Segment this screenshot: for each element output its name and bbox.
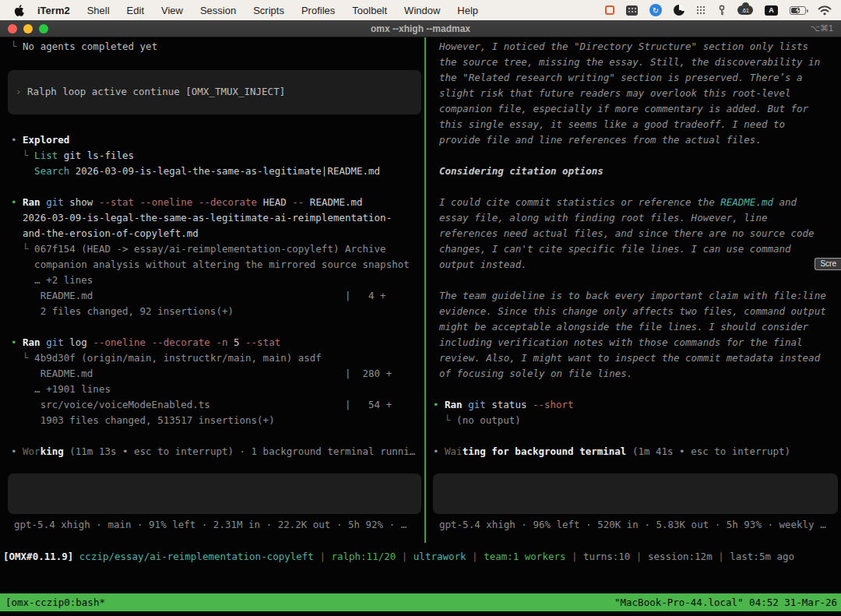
terminal-line: output instead. xyxy=(433,257,841,273)
terminal-line: • Ran git log --oneline --decorate -n 5 … xyxy=(11,335,424,350)
text-segment: evidence. Since this change only affects… xyxy=(439,305,826,317)
menu-item-window[interactable]: Window xyxy=(396,5,449,16)
right-status-line: gpt-5.4 xhigh · 96% left · 520K in · 5.8… xyxy=(427,517,841,533)
terminal-line: However, I noticed the "Directory Struct… xyxy=(433,39,841,55)
terminal-line: essay file, along with finding root file… xyxy=(433,210,841,226)
menu-item-shell[interactable]: Shell xyxy=(79,5,118,16)
terminal-line xyxy=(11,117,424,132)
text-segment: › xyxy=(16,86,27,97)
text-segment: git ls-files xyxy=(58,150,134,161)
keys-icon[interactable] xyxy=(718,5,726,16)
text-segment: 067f154 (HEAD -> essay/ai-reimplementati… xyxy=(34,243,386,255)
left-prompt-input[interactable]: › Improve documentation in @filename xyxy=(8,473,421,514)
menu-item-profiles[interactable]: Profiles xyxy=(293,5,343,16)
text-segment: git xyxy=(40,336,64,348)
terminal-line: review. Also, I might want to inspect th… xyxy=(433,350,841,366)
menu-item-session[interactable]: Session xyxy=(192,5,245,16)
text-segment: Ralph loop active continue [OMX_TMUX_INJ… xyxy=(27,86,285,97)
text-segment: • xyxy=(433,445,445,457)
cloud-icon[interactable]: .61 xyxy=(737,5,753,15)
text-segment: companion file, especially if more comme… xyxy=(439,103,808,114)
text-segment: src/voice/voiceModeEnabled.ts | 54 + xyxy=(11,399,392,410)
menu-item-toolbelt[interactable]: Toolbelt xyxy=(343,5,396,16)
window-shortcut-badge: ⌥⌘1 xyxy=(810,23,833,33)
text-segment: └ xyxy=(11,40,23,52)
terminal-line: [OMX#0.11.9] cczip/essay/ai-reimplementa… xyxy=(3,549,841,565)
wifi-icon[interactable] xyxy=(818,5,832,16)
text-segment: HEAD xyxy=(257,196,287,208)
menu-item-iterm2[interactable]: iTerm2 xyxy=(30,5,79,16)
text-segment: The team guideline is to back every impo… xyxy=(439,290,826,301)
sync-icon[interactable]: ↻ xyxy=(649,4,662,16)
text-segment: … +1901 lines xyxy=(11,383,111,395)
text-segment: └ xyxy=(433,414,456,426)
text-segment: | xyxy=(396,551,413,562)
terminal-line: └ 067f154 (HEAD -> essay/ai-reimplementa… xyxy=(11,241,424,257)
menu-item-edit[interactable]: Edit xyxy=(118,5,153,16)
text-segment: Explored xyxy=(23,134,69,146)
grid-icon[interactable] xyxy=(696,5,706,16)
terminal-line xyxy=(433,428,841,444)
left-pane[interactable]: └ No agents completed yet• Explored └ Li… xyxy=(0,37,424,543)
text-segment: (no output) xyxy=(456,414,521,426)
apple-menu-icon[interactable] xyxy=(14,5,24,16)
terminal-line xyxy=(11,179,424,195)
terminal-line: … +2 lines xyxy=(11,273,424,288)
text-segment: README.md | 4 + xyxy=(11,290,386,301)
text-segment: [OMX#0.11.9] xyxy=(3,551,79,562)
text-segment: slight risk that future readers may over… xyxy=(439,87,791,99)
terminal-line: 1903 files changed, 513517 insertions(+) xyxy=(11,413,424,428)
terminal-line: README.md | 280 + xyxy=(11,366,424,382)
right-prompt-input[interactable]: › Improve documentation in @filename xyxy=(433,473,838,514)
text-segment: ting for background terminal xyxy=(463,445,627,457)
terminal-line: the source tree, missing the essay. Stil… xyxy=(433,55,841,70)
terminal-line: 2026-03-09-is-legal-the-same-as-legitima… xyxy=(11,210,424,226)
text-segment: ultrawork xyxy=(413,551,466,562)
terminal-line: README.md | 4 + xyxy=(11,288,424,304)
ralph-inject-box: › Ralph loop active continue [OMX_TMUX_I… xyxy=(8,70,421,114)
text-segment: --stat xyxy=(240,336,281,348)
terminal-line: Considering citation options xyxy=(433,164,841,179)
minimize-button[interactable] xyxy=(23,24,33,33)
screen-recording-icon[interactable] xyxy=(605,5,614,15)
text-segment: changes, I can't cite specific file line… xyxy=(439,243,791,255)
terminal-line: slight risk that future readers may over… xyxy=(433,86,841,101)
text-segment: (1m 41s • esc to interrupt) xyxy=(626,445,790,457)
battery-icon[interactable] xyxy=(790,6,806,15)
terminal-line: • Working (11m 13s • esc to interrupt) ·… xyxy=(11,444,424,459)
screen-overlay-tab[interactable]: Scre xyxy=(815,258,841,270)
text-segment: (11m 13s • esc to interrupt) · 1 backgro… xyxy=(64,445,416,457)
terminal-line: The team guideline is to back every impo… xyxy=(433,288,841,304)
text-segment: this single essay, it seems like a good … xyxy=(439,118,785,130)
menu-items: iTerm2ShellEditViewSessionScriptsProfile… xyxy=(30,5,487,16)
macos-menu-bar: iTerm2ShellEditViewSessionScriptsProfile… xyxy=(0,0,841,20)
terminal-line: companion analysis without altering the … xyxy=(11,257,424,273)
menu-item-help[interactable]: Help xyxy=(449,5,487,16)
terminal-line: of focusing solely on file lines. xyxy=(433,366,841,382)
text-segment: └ xyxy=(11,150,34,161)
tmux-pane-divider[interactable] xyxy=(424,37,426,543)
text-segment: of focusing solely on file lines. xyxy=(439,368,632,379)
zoom-button[interactable] xyxy=(39,24,48,33)
text-segment: the "Related research writing" section i… xyxy=(439,72,803,83)
text-segment: turns:10 xyxy=(583,551,630,562)
focus-pie-icon[interactable] xyxy=(674,5,684,16)
menu-item-scripts[interactable]: Scripts xyxy=(245,5,293,16)
text-segment: List xyxy=(34,150,58,161)
terminal-line xyxy=(11,428,424,444)
text-segment: session:12m xyxy=(648,551,713,562)
text-segment: Search xyxy=(34,165,69,177)
text-segment xyxy=(11,165,34,177)
terminal-line xyxy=(433,179,841,195)
input-source-a-icon[interactable]: A xyxy=(765,5,778,16)
terminal: └ No agents completed yet• Explored └ Li… xyxy=(0,37,841,616)
terminal-line: … +1901 lines xyxy=(11,382,424,397)
menu-item-view[interactable]: View xyxy=(153,5,192,16)
text-segment: provide file and line references from th… xyxy=(439,134,762,146)
right-pane[interactable]: However, I noticed the "Directory Struct… xyxy=(427,37,841,543)
keyboard-icon[interactable] xyxy=(626,5,638,16)
terminal-line: might be acceptable alongside the file l… xyxy=(433,319,841,335)
close-button[interactable] xyxy=(8,24,17,33)
text-segment: team:1 workers xyxy=(484,551,565,562)
text-segment: references need actual files, and since … xyxy=(439,227,815,239)
